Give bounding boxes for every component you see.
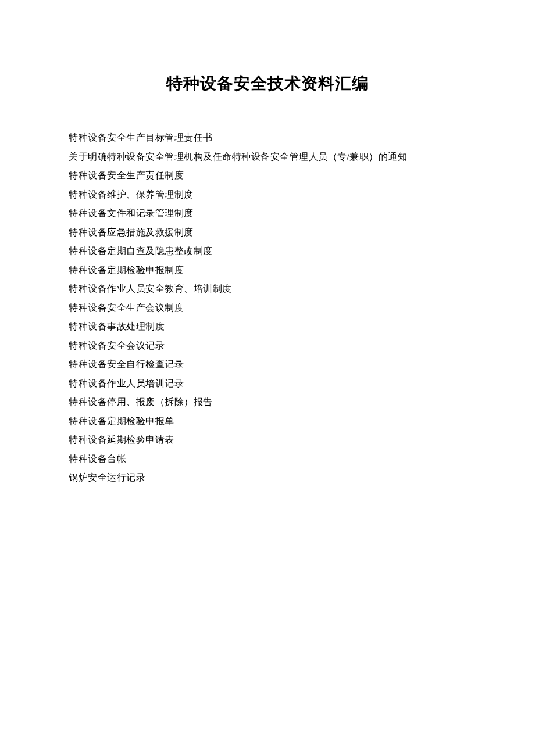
list-item: 特种设备安全生产会议制度 xyxy=(69,299,466,318)
list-item: 特种设备文件和记录管理制度 xyxy=(69,204,466,223)
list-item: 特种设备维护、保养管理制度 xyxy=(69,185,466,205)
list-item: 特种设备台帐 xyxy=(69,450,466,469)
list-item: 锅炉安全运行记录 xyxy=(69,468,466,488)
list-item: 特种设备安全自行检查记录 xyxy=(69,355,466,374)
list-item: 特种设备作业人员培训记录 xyxy=(69,374,466,393)
list-item: 特种设备应急措施及救援制度 xyxy=(69,223,466,242)
list-item: 特种设备定期检验申报单 xyxy=(69,412,466,431)
list-item: 特种设备作业人员安全教育、培训制度 xyxy=(69,280,466,299)
list-item: 特种设备定期自查及隐患整改制度 xyxy=(69,242,466,261)
list-item: 特种设备事故处理制度 xyxy=(69,317,466,336)
page-title: 特种设备安全技术资料汇编 xyxy=(69,73,466,95)
list-item: 关于明确特种设备安全管理机构及任命特种设备安全管理人员（专/兼职）的通知 xyxy=(69,148,466,167)
list-item: 特种设备定期检验申报制度 xyxy=(69,261,466,280)
list-item: 特种设备延期检验申请表 xyxy=(69,431,466,450)
list-item: 特种设备停用、报废（拆除）报告 xyxy=(69,393,466,412)
document-list: 特种设备安全生产目标管理责任书 关于明确特种设备安全管理机构及任命特种设备安全管… xyxy=(69,128,466,488)
list-item: 特种设备安全生产目标管理责任书 xyxy=(69,128,466,148)
list-item: 特种设备安全会议记录 xyxy=(69,336,466,356)
list-item: 特种设备安全生产责任制度 xyxy=(69,166,466,185)
